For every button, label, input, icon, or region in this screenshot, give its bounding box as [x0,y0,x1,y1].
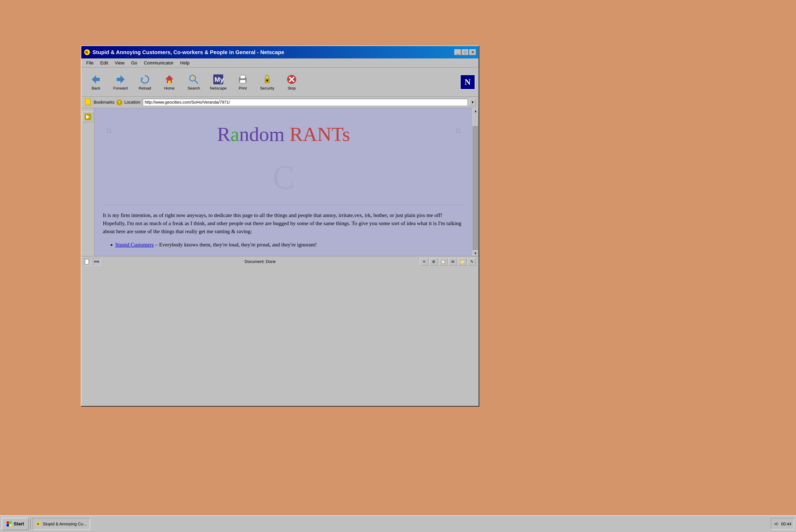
stop-button[interactable]: Stop [280,70,303,95]
heading-text: Random RANTs [217,123,350,145]
what-is-this-icon: ? [116,99,123,106]
scrollbar-track[interactable] [473,114,478,250]
title-bar: N Stupid & Annoying Customers, Co-worker… [81,46,478,58]
bookmarks-icon [84,98,92,107]
taskbar-separator [30,519,31,529]
status-btn-3[interactable]: 📋 [439,258,447,265]
status-bar: =D= Document: Done ≡ ⚙ 📋 ✉ 📁 ✎ [81,256,478,267]
svg-rect-29 [9,521,12,524]
list-item: Stupid Customers – Everybody knows them,… [115,242,464,248]
svg-rect-28 [7,521,9,524]
menu-communicator[interactable]: Communicator [140,59,177,66]
start-label: Start [14,521,24,527]
windows-logo [6,521,12,527]
status-btn-1[interactable]: ≡ [420,258,428,265]
netscape-icon: N [84,49,90,56]
bullet-list: Stupid Customers – Everybody knows them,… [115,242,464,248]
status-btn-5[interactable]: 📁 [458,258,467,265]
svg-marker-2 [92,75,100,83]
home-button[interactable]: Home [158,70,181,95]
status-btn-6[interactable]: ✎ [468,258,476,265]
scrollbar-thumb[interactable] [473,114,478,127]
bookmarks-label[interactable]: Bookmarks [94,100,114,104]
heading-char-a: a [230,123,239,145]
svg-rect-13 [240,80,246,83]
heading-char-n: n [239,123,249,145]
stupid-customers-link[interactable]: Stupid Customers [115,242,154,248]
bullet-item-text: – Everybody knows them, they're loud, th… [155,242,317,248]
menu-view[interactable]: View [111,59,128,66]
svg-line-8 [195,80,198,83]
html-page: Random RANTs C It is my firm intention, … [95,108,473,256]
back-button[interactable]: Back [84,70,107,95]
netscape-button[interactable]: My Netscape [207,70,230,95]
menu-help[interactable]: Help [177,59,193,66]
svg-text:My: My [214,76,224,83]
reload-icon [139,74,151,85]
forward-label: Forward [113,86,128,91]
heading-char-T2: T [331,123,342,145]
status-right-icons: ≡ ⚙ 📋 ✉ 📁 ✎ [420,258,476,265]
security-label: Security [260,86,274,91]
heading-char-A2: A [303,123,317,145]
page-icon [84,259,90,265]
page-content: Random RANTs C It is my firm intention, … [95,108,473,256]
maximize-button[interactable]: □ [462,49,469,55]
forward-button[interactable]: Forward [109,70,132,95]
toolbar: Back Forward Reload [81,68,478,97]
svg-rect-30 [7,524,9,527]
decorative-square-right [456,129,460,133]
menu-file[interactable]: File [83,59,97,66]
sidebar-icon[interactable] [82,112,93,122]
search-button[interactable]: Search [183,70,205,95]
status-page-icon [84,258,91,265]
print-button[interactable]: Print [231,70,254,95]
location-bar: Bookmarks ? Location: ▼ [81,97,478,108]
decorative-c: C [103,158,464,196]
title-bar-left: N Stupid & Annoying Customers, Co-worker… [84,49,284,56]
url-input[interactable] [143,99,468,106]
svg-marker-3 [117,75,125,83]
sidebar-nav-icon [84,113,92,121]
forward-icon [115,74,126,85]
reload-button[interactable]: Reload [133,70,156,95]
status-btn-4[interactable]: ✉ [449,258,457,265]
minimize-button[interactable]: _ [454,49,461,55]
menu-edit[interactable]: Edit [97,59,111,66]
page-heading: Random RANTs [103,123,464,146]
svg-point-15 [266,80,268,81]
svg-marker-4 [141,77,144,80]
vertical-scrollbar: ▲ ▼ [473,108,478,256]
heading-char-m: m [269,123,285,145]
security-button[interactable]: Security [256,70,279,95]
window-title: Stupid & Annoying Customers, Co-workers … [92,49,284,56]
svg-rect-24 [85,259,89,264]
heading-char-R: R [217,123,230,145]
status-text: Document: Done [102,259,418,264]
taskbar-clock-area: 00:44 [771,518,794,530]
progress-icon: =D= [94,259,99,265]
browser-window: N Stupid & Annoying Customers, Co-worker… [81,45,479,406]
taskbar-item-label: Stupid & Annoying Cu... [43,521,87,527]
close-button[interactable]: ✕ [469,49,476,55]
status-btn-2[interactable]: ⚙ [430,258,438,265]
menu-go[interactable]: Go [128,59,140,66]
scroll-up-arrow[interactable]: ▲ [473,108,478,114]
netscape-label: Netscape [210,86,227,91]
speaker-icon [774,521,779,527]
netscape-n-logo[interactable]: N [460,75,475,90]
heading-char-o: o [259,123,269,145]
stop-label: Stop [287,86,296,91]
svg-marker-34 [774,522,777,526]
reload-label: Reload [139,86,151,91]
scroll-down-arrow[interactable]: ▼ [473,250,478,256]
heading-char-d: d [249,123,259,145]
heading-char-R2: R [289,123,303,145]
home-label: Home [164,86,175,91]
security-icon [261,74,273,85]
print-icon [237,74,249,85]
url-dropdown[interactable]: ▼ [469,99,476,106]
start-button[interactable]: Start [2,518,29,530]
taskbar-item-browser[interactable]: N Stupid & Annoying Cu... [32,518,90,530]
taskbar: Start N Stupid & Annoying Cu... 00:44 [0,515,796,532]
